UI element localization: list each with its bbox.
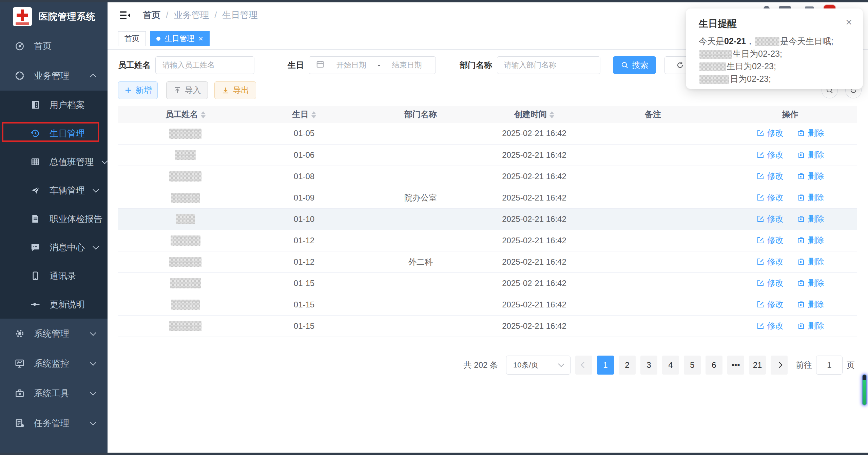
page-button-4[interactable]: 4 xyxy=(662,356,679,375)
breadcrumb-business[interactable]: 业务管理 xyxy=(174,9,209,21)
page-button-1[interactable]: 1 xyxy=(597,356,614,375)
delete-link[interactable]: 删除 xyxy=(797,256,824,267)
dept-input[interactable] xyxy=(504,61,593,70)
date-range-picker[interactable]: 开始日期 - 结束日期 xyxy=(309,56,436,74)
sidebar-item-exam-report[interactable]: 职业体检报告 xyxy=(0,205,108,233)
col-header-created[interactable]: 创建时间 xyxy=(486,106,583,123)
add-button[interactable]: 新增 xyxy=(118,81,158,99)
sidebar-item-label: 职业体检报告 xyxy=(50,213,102,225)
cell-created: 2025-02-21 16:42 xyxy=(486,272,583,294)
delete-link[interactable]: 删除 xyxy=(797,149,824,160)
redacted-name xyxy=(699,50,732,59)
add-button-label: 新增 xyxy=(136,85,152,96)
edit-link[interactable]: 修改 xyxy=(756,299,784,310)
tab-birthday[interactable]: 生日管理 × xyxy=(150,31,210,46)
notification-close-icon[interactable]: × xyxy=(846,17,852,27)
cell-birthday: 01-15 xyxy=(253,294,355,315)
total-count: 共 202 条 xyxy=(464,360,498,371)
delete-link[interactable]: 删除 xyxy=(797,235,824,246)
prev-page-button[interactable] xyxy=(575,356,592,375)
delete-link[interactable]: 删除 xyxy=(797,299,824,310)
page-button-5[interactable]: 5 xyxy=(684,356,701,375)
edit-link[interactable]: 修改 xyxy=(756,278,784,288)
delete-link[interactable]: 删除 xyxy=(797,320,824,331)
cell-created: 2025-02-21 16:42 xyxy=(486,187,583,208)
sidebar-item-changelog[interactable]: 更新说明 xyxy=(0,290,108,319)
redacted-name xyxy=(169,171,201,182)
active-dot-icon xyxy=(156,37,160,41)
tab-home[interactable]: 首页 xyxy=(118,31,146,46)
more-pages-button[interactable]: ••• xyxy=(727,356,744,375)
table-row: 01-152025-02-21 16:42修改删除 xyxy=(118,315,857,337)
sidebar-item-business[interactable]: 业务管理 xyxy=(0,61,108,91)
delete-link[interactable]: 删除 xyxy=(797,192,824,203)
import-button[interactable]: 导入 xyxy=(166,81,208,99)
task-server-icon xyxy=(14,418,25,429)
date-end-placeholder[interactable]: 结束日期 xyxy=(385,60,429,70)
sidebar-item-message-center[interactable]: 消息中心 xyxy=(0,233,108,262)
export-button[interactable]: 导出 xyxy=(214,81,256,99)
search-button[interactable]: 搜索 xyxy=(613,56,656,74)
col-header-name[interactable]: 员工姓名 xyxy=(118,106,253,123)
birthday-table: 员工姓名 生日 部门名称 创建时间 备注 操作 01-052025-02-21 … xyxy=(118,106,857,337)
cell-name xyxy=(118,144,253,166)
send-icon xyxy=(30,185,41,196)
redacted-name xyxy=(171,300,200,310)
page-button-3[interactable]: 3 xyxy=(640,356,657,375)
sidebar-item-duty[interactable]: 总值班管理 xyxy=(0,148,108,176)
birthday-notification: 生日提醒 × 今天是02-21，是今天生日哦; 生日为02-23; 生日为02-… xyxy=(686,8,863,89)
edit-link[interactable]: 修改 xyxy=(756,192,784,203)
sidebar-fold-icon[interactable] xyxy=(119,10,131,21)
breadcrumb-home[interactable]: 首页 xyxy=(143,9,160,21)
notification-line-2: 生日为02-23; xyxy=(699,48,851,60)
cell-actions: 修改删除 xyxy=(723,144,857,166)
edit-link[interactable]: 修改 xyxy=(756,149,784,160)
redacted-name xyxy=(171,193,200,203)
date-start-placeholder[interactable]: 开始日期 xyxy=(329,60,373,70)
notification-body: 今天是02-21，是今天生日哦; 生日为02-23; 生日为02-23; 日为0… xyxy=(699,35,851,85)
col-header-birthday[interactable]: 生日 xyxy=(253,106,355,123)
name-input[interactable] xyxy=(162,61,247,70)
cell-name xyxy=(118,251,253,272)
sidebar-item-vehicle[interactable]: 车辆管理 xyxy=(0,176,108,205)
sidebar-item-label: 车辆管理 xyxy=(50,185,85,196)
page-size-select[interactable]: 10条/页 xyxy=(506,356,571,375)
sort-icon[interactable] xyxy=(201,111,206,118)
goto-label: 前往 xyxy=(796,360,812,371)
tab-close-icon[interactable]: × xyxy=(198,35,203,43)
cell-actions: 修改删除 xyxy=(723,166,857,187)
redacted-name xyxy=(170,278,201,288)
page-button-21[interactable]: 21 xyxy=(749,356,766,375)
window-top-edge xyxy=(0,0,868,2)
sidebar-item-system-monitor[interactable]: 系统监控 xyxy=(0,348,108,378)
cell-actions: 修改删除 xyxy=(723,251,857,272)
edit-link[interactable]: 修改 xyxy=(756,171,784,182)
sidebar-item-user-archive[interactable]: 用户档案 xyxy=(0,91,108,119)
edit-link[interactable]: 修改 xyxy=(756,320,784,331)
goto-page-input[interactable] xyxy=(816,356,843,375)
page-button-2[interactable]: 2 xyxy=(619,356,636,375)
sidebar-item-contacts[interactable]: 通讯录 xyxy=(0,262,108,290)
sidebar-item-system-tools[interactable]: 系统工具 xyxy=(0,378,108,408)
next-page-button[interactable] xyxy=(771,356,788,375)
cell-created: 2025-02-21 16:42 xyxy=(486,123,583,144)
edit-link[interactable]: 修改 xyxy=(756,235,784,246)
delete-link[interactable]: 删除 xyxy=(797,213,824,224)
edit-link[interactable]: 修改 xyxy=(756,213,784,224)
redacted-name xyxy=(175,150,196,160)
sidebar-item-birthday[interactable]: 生日管理 xyxy=(0,119,108,148)
cell-actions: 修改删除 xyxy=(723,123,857,144)
delete-link[interactable]: 删除 xyxy=(797,128,824,138)
chevron-up-icon xyxy=(90,74,96,80)
sort-icon[interactable] xyxy=(549,111,554,118)
sidebar-item-task-admin[interactable]: 任务管理 xyxy=(0,408,108,438)
edit-link[interactable]: 修改 xyxy=(756,256,784,267)
delete-link[interactable]: 删除 xyxy=(797,278,824,288)
cell-birthday: 01-09 xyxy=(253,187,355,208)
sidebar-item-home[interactable]: 首页 xyxy=(0,31,108,61)
sort-icon[interactable] xyxy=(311,111,316,118)
delete-link[interactable]: 删除 xyxy=(797,171,824,182)
edit-link[interactable]: 修改 xyxy=(756,128,784,138)
page-button-6[interactable]: 6 xyxy=(706,356,722,375)
sidebar-item-system-admin[interactable]: 系统管理 xyxy=(0,319,108,348)
